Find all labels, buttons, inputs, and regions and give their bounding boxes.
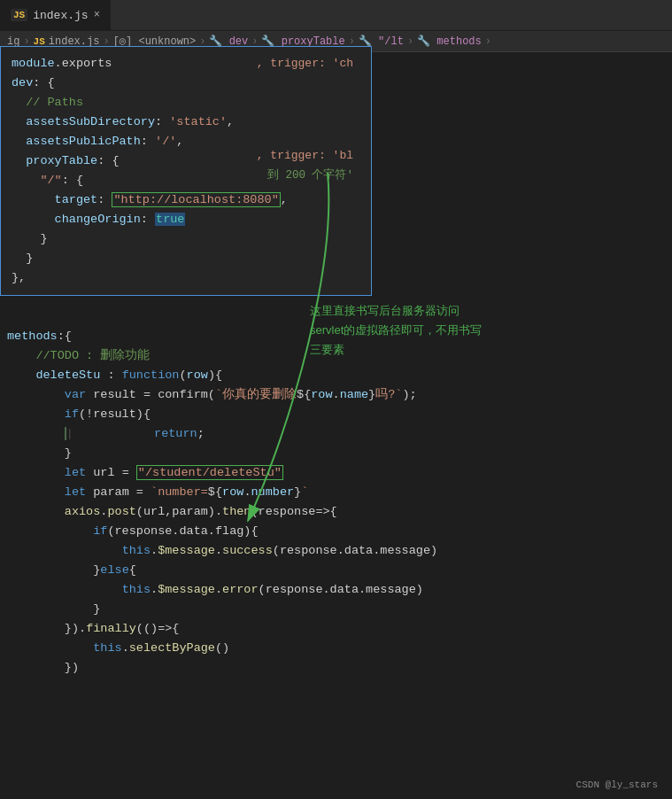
code-line: | return;	[7, 424, 672, 444]
code-line: })	[7, 658, 672, 678]
popup-line: dev: {	[12, 74, 360, 93]
code-line: if(!result){	[7, 405, 672, 424]
code-line: deleteStu : function(row){	[7, 366, 672, 385]
code-line: let param = `number=${row.number}`	[7, 483, 672, 502]
right-trigger2: , trigger: 'bl	[257, 146, 353, 166]
code-line: if(response.data.flag){	[7, 522, 672, 541]
tab-filename: index.js	[33, 9, 88, 22]
code-line: this.$message.success(response.data.mess…	[7, 541, 672, 561]
popup-line: }	[12, 229, 360, 249]
right-note: 到 200 个字符'	[267, 166, 353, 185]
js-file-icon: JS	[11, 9, 27, 21]
code-line: }else{	[7, 561, 672, 580]
hover-popup: module.exports , trigger: 'ch dev: { // …	[0, 46, 372, 296]
popup-line: changeOrigin: true	[12, 210, 360, 229]
code-line: }).finally(()=>{	[7, 619, 672, 639]
code-line: methods:{	[7, 327, 672, 346]
watermark: CSDN @ly_stars	[576, 780, 658, 790]
code-line: this.selectByPage()	[7, 639, 672, 658]
popup-line: "/": { 到 200 个字符'	[12, 171, 360, 190]
code-line: //TODO : 删除功能	[7, 346, 672, 366]
code-line: this.$message.error(response.data.messag…	[7, 580, 672, 600]
popup-line: },	[12, 268, 360, 288]
code-line: var result = confirm(`你真的要删除${row.name}吗…	[7, 385, 672, 405]
code-line: let url = "/student/deleteStu"	[7, 463, 672, 483]
popup-line: target: "http://localhost:8080",	[12, 190, 360, 210]
breadcrumb-methods: 🔧 methods	[417, 35, 482, 48]
code-line: }	[7, 444, 672, 463]
popup-line: }	[12, 249, 360, 268]
code-line: axios.post(url,param).then(response=>{	[7, 502, 672, 522]
right-trigger1: , trigger: 'ch	[257, 54, 353, 74]
file-tab[interactable]: JS index.js ×	[0, 0, 111, 31]
close-tab-button[interactable]: ×	[94, 9, 100, 21]
popup-line: // Paths	[12, 93, 360, 112]
tab-bar: JS index.js ×	[0, 0, 672, 31]
popup-line: module.exports , trigger: 'ch	[12, 54, 360, 74]
popup-line: assetsSubDirectory: 'static',	[12, 112, 360, 132]
code-line: }	[7, 600, 672, 619]
breadcrumb-js: JS	[34, 36, 45, 47]
